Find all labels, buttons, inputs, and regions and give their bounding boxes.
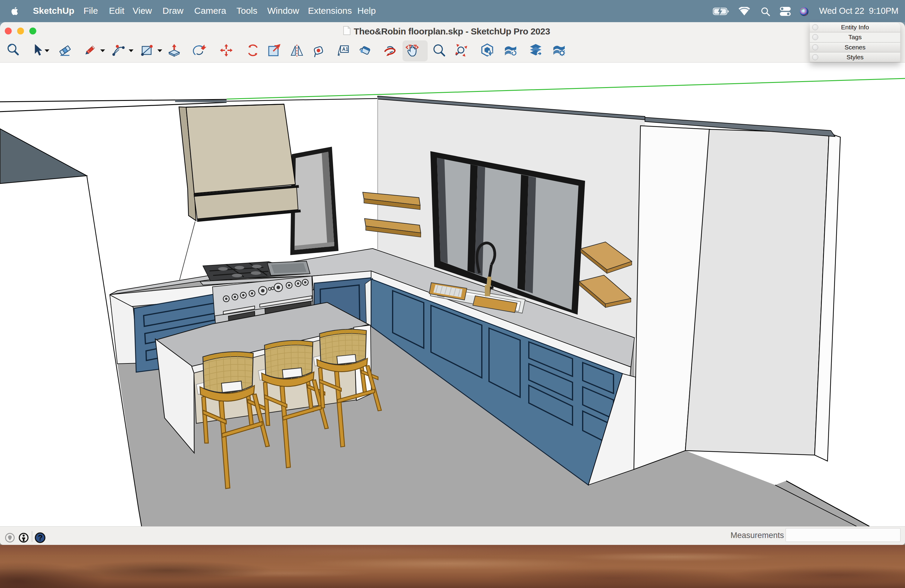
svg-text:A1: A1 xyxy=(342,47,348,52)
svg-text:?: ? xyxy=(38,533,43,542)
